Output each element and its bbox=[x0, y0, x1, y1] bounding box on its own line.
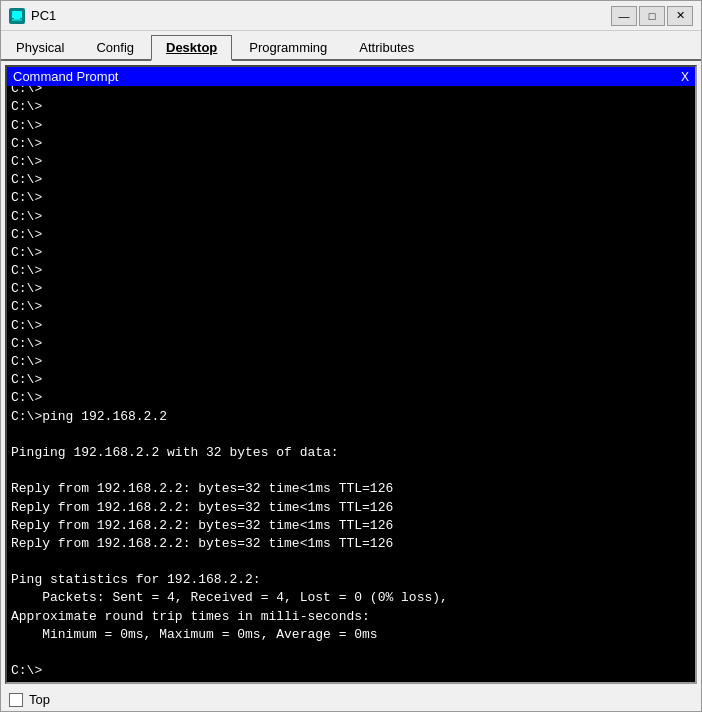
top-label: Top bbox=[29, 692, 50, 707]
cmd-window: Command Prompt X C:\>C:\>C:\>C:\>C:\>C:\… bbox=[5, 65, 697, 684]
tab-bar: Physical Config Desktop Programming Attr… bbox=[1, 31, 701, 61]
minimize-button[interactable]: — bbox=[611, 6, 637, 26]
window-title: PC1 bbox=[31, 8, 56, 23]
terminal-line: C:\> bbox=[11, 153, 691, 171]
top-checkbox[interactable] bbox=[9, 693, 23, 707]
bottom-bar: Top bbox=[1, 688, 701, 711]
terminal-line: C:\> bbox=[11, 208, 691, 226]
terminal-line bbox=[11, 426, 691, 444]
title-bar: PC1 — □ ✕ bbox=[1, 1, 701, 31]
terminal-line: C:\> bbox=[11, 117, 691, 135]
terminal-line: C:\> bbox=[11, 244, 691, 262]
svg-rect-2 bbox=[12, 19, 22, 20]
app-icon bbox=[9, 8, 25, 24]
terminal-line: Packets: Sent = 4, Received = 4, Lost = … bbox=[11, 589, 691, 607]
tab-attributes[interactable]: Attributes bbox=[344, 35, 429, 59]
cmd-title-text: Command Prompt bbox=[13, 69, 118, 84]
terminal-line: C:\> bbox=[11, 262, 691, 280]
terminal-line: C:\> bbox=[11, 353, 691, 371]
terminal-line: Reply from 192.168.2.2: bytes=32 time<1m… bbox=[11, 535, 691, 553]
terminal-line: C:\> bbox=[11, 317, 691, 335]
svg-rect-1 bbox=[14, 18, 20, 20]
terminal-line: Approximate round trip times in milli-se… bbox=[11, 608, 691, 626]
terminal-line: Minimum = 0ms, Maximum = 0ms, Average = … bbox=[11, 626, 691, 644]
terminal-line: C:\> bbox=[11, 226, 691, 244]
main-content: Command Prompt X C:\>C:\>C:\>C:\>C:\>C:\… bbox=[1, 61, 701, 688]
tab-desktop[interactable]: Desktop bbox=[151, 35, 232, 61]
terminal-line: Reply from 192.168.2.2: bytes=32 time<1m… bbox=[11, 517, 691, 535]
terminal-line: C:\> bbox=[11, 189, 691, 207]
terminal-line: Pinging 192.168.2.2 with 32 bytes of dat… bbox=[11, 444, 691, 462]
terminal-line: C:\> bbox=[11, 371, 691, 389]
terminal-line: C:\> bbox=[11, 280, 691, 298]
terminal-line: C:\> bbox=[11, 335, 691, 353]
tab-config[interactable]: Config bbox=[81, 35, 149, 59]
terminal-line: C:\> bbox=[11, 298, 691, 316]
cmd-title-bar: Command Prompt X bbox=[7, 67, 695, 86]
terminal-line bbox=[11, 553, 691, 571]
terminal-line: Reply from 192.168.2.2: bytes=32 time<1m… bbox=[11, 480, 691, 498]
maximize-button[interactable]: □ bbox=[639, 6, 665, 26]
terminal-line bbox=[11, 644, 691, 662]
terminal-line: Ping statistics for 192.168.2.2: bbox=[11, 571, 691, 589]
main-window: PC1 — □ ✕ Physical Config Desktop Progra… bbox=[0, 0, 702, 712]
terminal-line: Reply from 192.168.2.2: bytes=32 time<1m… bbox=[11, 499, 691, 517]
terminal-line bbox=[11, 462, 691, 480]
terminal-output[interactable]: C:\>C:\>C:\>C:\>C:\>C:\>C:\>C:\>C:\>C:\>… bbox=[7, 86, 695, 682]
terminal-line: C:\> bbox=[11, 98, 691, 116]
title-buttons: — □ ✕ bbox=[611, 6, 693, 26]
close-button[interactable]: ✕ bbox=[667, 6, 693, 26]
terminal-line: C:\>ping 192.168.2.2 bbox=[11, 408, 691, 426]
terminal-line: C:\> bbox=[11, 662, 691, 680]
terminal-line: C:\> bbox=[11, 86, 691, 98]
terminal-line: C:\> bbox=[11, 135, 691, 153]
terminal-line: C:\> bbox=[11, 171, 691, 189]
terminal-line: C:\> bbox=[11, 389, 691, 407]
tab-physical[interactable]: Physical bbox=[1, 35, 79, 59]
svg-rect-0 bbox=[12, 11, 22, 18]
title-bar-left: PC1 bbox=[9, 8, 56, 24]
cmd-close-button[interactable]: X bbox=[681, 70, 689, 84]
tab-programming[interactable]: Programming bbox=[234, 35, 342, 59]
